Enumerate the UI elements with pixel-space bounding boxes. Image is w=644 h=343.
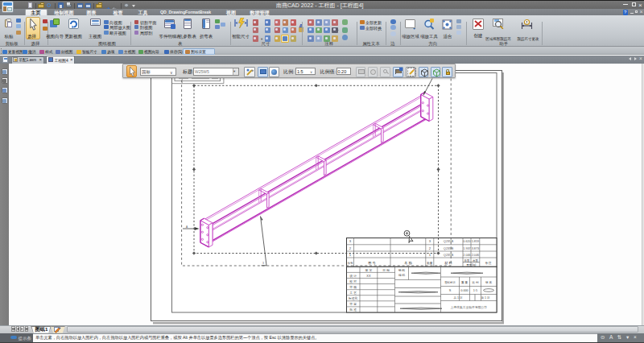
svg-text:物 料: 物 料 bbox=[398, 268, 406, 272]
svg-text:总重: 总重 bbox=[472, 258, 478, 262]
svg-text:签 字: 签 字 bbox=[365, 268, 373, 272]
svg-text:3.873: 3.873 bbox=[472, 247, 480, 250]
svg-text:编 码: 编 码 bbox=[398, 273, 406, 277]
svg-text:1.937: 1.937 bbox=[463, 247, 471, 250]
svg-text:审 定: 审 定 bbox=[349, 302, 357, 306]
svg-text:2.046: 2.046 bbox=[463, 254, 471, 257]
svg-text:件号: 件号 bbox=[347, 262, 353, 265]
svg-text:0.620: 0.620 bbox=[463, 240, 471, 243]
svg-text:上海优集工业软件有限公司: 上海优集工业软件有限公司 bbox=[451, 305, 488, 309]
svg-text:标准化: 标准化 bbox=[348, 296, 358, 300]
svg-text:1.859: 1.859 bbox=[472, 240, 480, 243]
svg-text:日 期: 日 期 bbox=[382, 268, 390, 272]
svg-text:2.046: 2.046 bbox=[472, 254, 480, 257]
svg-text:审 核: 审 核 bbox=[349, 285, 357, 289]
svg-text:共 1 张: 共 1 张 bbox=[453, 296, 463, 300]
svg-text:XX: XX bbox=[366, 275, 371, 278]
svg-text:3: 3 bbox=[262, 262, 264, 265]
svg-text:Q235B: Q235B bbox=[444, 246, 454, 250]
svg-text:1:5: 1:5 bbox=[473, 289, 477, 292]
svg-text:重量(kg): 重量(kg) bbox=[466, 263, 476, 267]
svg-text:S: S bbox=[449, 289, 452, 292]
svg-text:0.000: 0.000 bbox=[460, 289, 469, 292]
svg-text:校 对: 校 对 bbox=[349, 279, 357, 283]
svg-text:Q235B: Q235B bbox=[444, 239, 454, 243]
svg-text:工 艺: 工 艺 bbox=[349, 291, 357, 295]
svg-text:名 称: 名 称 bbox=[404, 261, 412, 265]
svg-text:批 准: 批 准 bbox=[349, 308, 357, 312]
svg-text:备注: 备注 bbox=[485, 261, 491, 265]
svg-text:比 例: 比 例 bbox=[472, 281, 479, 284]
svg-text:Q235B: Q235B bbox=[444, 253, 454, 257]
svg-text:重 量: 重 量 bbox=[461, 280, 469, 284]
svg-text:数量: 数量 bbox=[427, 262, 433, 265]
svg-text:版 本: 版 本 bbox=[485, 281, 493, 284]
svg-text:设 计: 设 计 bbox=[349, 274, 357, 278]
svg-text:第 1 张: 第 1 张 bbox=[481, 296, 490, 300]
svg-text:单重: 单重 bbox=[464, 258, 470, 262]
svg-text:图 号: 图 号 bbox=[368, 261, 376, 265]
svg-text:图样标记: 图样标记 bbox=[444, 281, 456, 284]
